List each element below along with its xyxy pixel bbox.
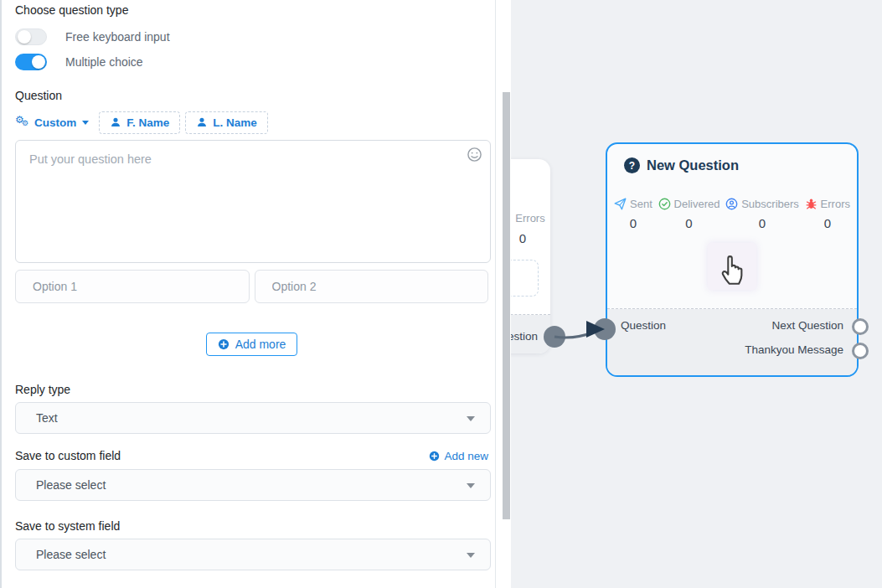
scrollbar-thumb[interactable] xyxy=(503,92,510,519)
custom-field-select[interactable]: Please select xyxy=(15,469,491,501)
reply-type-value: Text xyxy=(36,411,58,425)
sent-stat: Sent 0 xyxy=(614,198,652,230)
emoji-picker-icon[interactable] xyxy=(467,147,482,162)
connection-arrowhead xyxy=(586,321,605,338)
partial-node-option-slot[interactable] xyxy=(511,260,539,297)
free-keyboard-toggle-row: Free keyboard input xyxy=(15,28,488,45)
fname-button-label: F. Name xyxy=(126,116,169,129)
sent-value: 0 xyxy=(630,216,637,230)
option-2-input[interactable] xyxy=(255,270,489,303)
thankyou-message-port-label: Thankyou Message xyxy=(745,343,843,356)
multiple-choice-toggle-label: Multiple choice xyxy=(65,55,143,69)
add-new-label: Add new xyxy=(444,450,488,462)
node-title: New Question xyxy=(647,157,739,173)
partial-node-errors-stat: Errors 0 xyxy=(511,212,547,245)
thankyou-message-output-port[interactable] xyxy=(852,343,869,359)
multiple-choice-toggle-row: Multiple choice xyxy=(15,54,488,70)
delivered-stat: Delivered 0 xyxy=(658,198,720,230)
chevron-down-icon xyxy=(82,121,89,125)
chevron-down-icon xyxy=(467,416,475,421)
free-keyboard-toggle[interactable] xyxy=(15,28,47,45)
errors-stat-label: Errors xyxy=(515,212,544,224)
options-row xyxy=(15,270,488,303)
plus-circle-icon xyxy=(218,338,230,350)
partial-question-node[interactable]: Errors 0 uestion xyxy=(511,159,550,353)
question-textarea-wrap xyxy=(15,140,491,263)
variable-chips-row: ⚙⚙ Custom F. Name L. Name xyxy=(15,111,488,134)
add-more-button[interactable]: Add more xyxy=(206,333,298,356)
add-new-custom-field-link[interactable]: Add new xyxy=(429,450,488,462)
send-icon xyxy=(614,198,627,210)
connection-line xyxy=(554,332,595,338)
errors-stat-top: Errors xyxy=(511,212,545,224)
toggle-knob xyxy=(32,55,45,69)
subscribers-label: Subscribers xyxy=(741,198,799,210)
first-name-variable-button[interactable]: F. Name xyxy=(99,111,180,134)
errors-label: Errors xyxy=(821,198,850,210)
user-circle-icon xyxy=(725,198,738,210)
person-icon xyxy=(196,116,208,128)
question-mark-icon xyxy=(624,157,640,173)
system-field-value: Please select xyxy=(36,548,106,561)
chevron-down-icon xyxy=(467,553,475,558)
errors-value: 0 xyxy=(824,216,831,230)
input-port-label: Question xyxy=(621,319,666,332)
free-keyboard-toggle-label: Free keyboard input xyxy=(65,30,170,44)
multiple-choice-toggle[interactable] xyxy=(15,54,47,70)
flow-builder-app: Choose question type Free keyboard input… xyxy=(0,0,882,588)
delivered-value: 0 xyxy=(685,216,692,230)
new-question-node[interactable]: New Question Sent 0 xyxy=(606,142,859,377)
person-icon xyxy=(110,116,121,128)
add-more-label: Add more xyxy=(235,338,286,351)
node-ports-section: Question Next Question Thankyou Message xyxy=(607,309,857,375)
delivered-label: Delivered xyxy=(674,198,720,210)
question-label: Question xyxy=(15,89,488,102)
node-header: New Question xyxy=(624,157,739,173)
bug-icon xyxy=(511,213,512,224)
choose-question-type-label: Choose question type xyxy=(15,3,488,17)
reply-type-label: Reply type xyxy=(15,383,488,396)
question-text-input[interactable] xyxy=(15,140,491,263)
subscribers-value: 0 xyxy=(759,216,766,230)
flow-canvas[interactable]: Errors 0 uestion New Question xyxy=(511,0,882,588)
question-settings-panel: Choose question type Free keyboard input… xyxy=(0,0,496,588)
hand-cursor-icon xyxy=(718,248,748,286)
plus-circle-icon xyxy=(429,451,440,462)
subscribers-stat: Subscribers 0 xyxy=(725,198,799,230)
last-name-variable-button[interactable]: L. Name xyxy=(185,111,268,134)
toggle-knob xyxy=(18,30,31,44)
custom-button-label: Custom xyxy=(34,116,76,129)
errors-stat-value: 0 xyxy=(519,231,526,245)
save-custom-field-row: Save to custom field Add new xyxy=(15,448,488,463)
save-custom-field-label: Save to custom field xyxy=(15,449,121,462)
system-field-select[interactable]: Please select xyxy=(15,539,491,570)
node-stats-row: Sent 0 Delivered 0 xyxy=(614,198,850,230)
chevron-down-icon xyxy=(467,483,475,488)
next-question-port-label: Next Question xyxy=(771,319,843,332)
custom-variable-dropdown-button[interactable]: ⚙⚙ Custom xyxy=(15,116,94,129)
option-1-input[interactable] xyxy=(15,270,250,303)
custom-field-value: Please select xyxy=(36,478,106,492)
bug-icon xyxy=(805,198,818,210)
panel-scrollbar xyxy=(503,0,510,588)
gears-icon: ⚙⚙ xyxy=(15,116,30,129)
partial-node-port-label: uestion xyxy=(511,330,538,343)
add-more-row: Add more xyxy=(15,333,488,356)
lname-button-label: L. Name xyxy=(213,116,257,129)
errors-stat: Errors 0 xyxy=(805,198,850,230)
partial-node-ports-section: uestion xyxy=(511,315,550,353)
save-system-field-label: Save to system field xyxy=(15,519,488,533)
reply-type-select[interactable]: Text xyxy=(15,402,491,434)
check-circle-icon xyxy=(658,198,671,210)
sent-label: Sent xyxy=(630,198,652,210)
next-question-output-port[interactable] xyxy=(852,318,869,335)
